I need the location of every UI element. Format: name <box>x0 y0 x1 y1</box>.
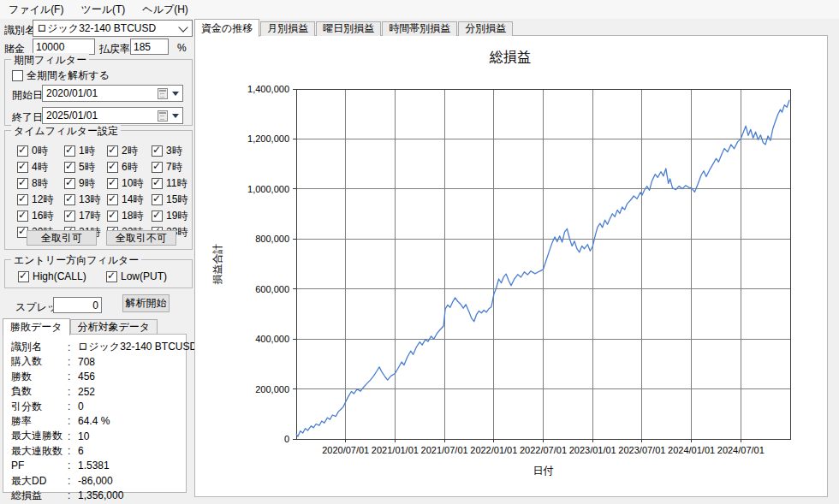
dropdown-arrow-icon <box>172 114 179 118</box>
hour-checkbox-4[interactable]: 4時 <box>17 159 64 175</box>
checkbox-icon <box>17 210 28 222</box>
payout-input[interactable] <box>130 39 169 55</box>
main-tab-2[interactable]: 月別損益 <box>260 21 315 36</box>
low-put-checkbox[interactable]: Low(PUT) <box>106 270 167 282</box>
hour-checkbox-13[interactable]: 13時 <box>64 192 107 208</box>
hour-checkbox-14[interactable]: 14時 <box>107 192 152 208</box>
hour-label: 15時 <box>166 193 187 207</box>
svg-text:600,000: 600,000 <box>255 284 289 294</box>
result-tab-strip: 勝敗データ分析対象データ <box>3 319 158 335</box>
hour-checkbox-19[interactable]: 19時 <box>152 208 193 224</box>
calendar-icon <box>158 110 168 122</box>
stat-colon: : <box>68 356 78 368</box>
end-date-label: 終了日 <box>12 110 43 125</box>
svg-text:0: 0 <box>284 434 289 444</box>
stat-value: 456 <box>78 371 186 382</box>
hour-checkbox-3[interactable]: 3時 <box>152 143 193 159</box>
stat-value: 1.5381 <box>78 460 186 471</box>
main-tab-4[interactable]: 時間帯別損益 <box>382 21 457 36</box>
hour-checkbox-16[interactable]: 16時 <box>17 208 64 224</box>
svg-text:総損益: 総損益 <box>489 50 531 64</box>
hour-checkbox-8[interactable]: 8時 <box>17 175 64 192</box>
low-put-label: Low(PUT) <box>121 270 167 282</box>
svg-text:2022/07/01: 2022/07/01 <box>520 445 567 455</box>
result-tab-2[interactable]: 分析対象データ <box>70 319 158 335</box>
stat-label: 購入数 <box>11 354 68 369</box>
checkbox-icon <box>152 145 163 157</box>
hour-checkbox-17[interactable]: 17時 <box>64 208 107 224</box>
hour-checkbox-7[interactable]: 7時 <box>152 159 193 175</box>
checkbox-icon <box>107 194 118 205</box>
payout-unit-label: % <box>177 42 187 54</box>
identifier-label: 識別名 <box>4 23 35 38</box>
svg-text:1,400,000: 1,400,000 <box>247 84 289 94</box>
checkbox-icon <box>107 210 118 222</box>
stat-colon: : <box>68 415 78 427</box>
start-date-picker[interactable]: 2020/01/01 <box>42 85 183 102</box>
stat-row: 最大連敗数:6 <box>3 443 186 458</box>
hour-checkbox-12[interactable]: 12時 <box>17 192 64 208</box>
result-tab-1[interactable]: 勝敗データ <box>3 318 70 335</box>
hour-checkbox-18[interactable]: 18時 <box>107 208 152 224</box>
hour-checkbox-6[interactable]: 6時 <box>107 159 152 175</box>
stat-colon: : <box>68 489 78 501</box>
analyze-all-checkbox[interactable]: 全期間を解析する <box>12 68 110 83</box>
time-filter-group: タイムフィルター設定 0時1時2時3時4時5時6時7時8時9時10時11時12時… <box>4 130 193 250</box>
hour-label: 17時 <box>79 209 100 223</box>
high-call-checkbox[interactable]: High(CALL) <box>18 270 86 282</box>
hour-label: 12時 <box>32 193 53 207</box>
hour-label: 1時 <box>79 144 95 158</box>
disable-all-trades-button[interactable]: 全取引不可 <box>106 230 176 246</box>
analyze-start-button[interactable]: 解析開始 <box>122 294 170 312</box>
identifier-combobox-value: ロジック32-140 BTCUSD <box>37 21 156 36</box>
main-tab-5[interactable]: 分別損益 <box>458 21 513 36</box>
hour-label: 16時 <box>32 209 53 223</box>
stat-colon: : <box>68 400 78 412</box>
hour-label: 18時 <box>122 209 143 223</box>
menu-item-1[interactable]: ファイル(F) <box>0 0 72 19</box>
checkbox-icon <box>107 145 118 157</box>
menu-bar: ファイル(F)ツール(T)ヘルプ(H) <box>0 0 839 19</box>
direction-filter-group: エントリー方向フィルター High(CALL) Low(PUT) <box>4 259 193 288</box>
svg-text:2024/01/01: 2024/01/01 <box>668 445 715 455</box>
identifier-combobox[interactable]: ロジック32-140 BTCUSD <box>33 20 193 37</box>
menu-item-2[interactable]: ツール(T) <box>72 0 134 19</box>
checkbox-icon <box>12 70 23 81</box>
stat-label: 総損益 <box>11 489 68 503</box>
main-tab-strip: 資金の推移月別損益曜日別損益時間帯別損益分別損益 <box>194 21 514 36</box>
stat-colon: : <box>68 371 78 382</box>
stat-row: PF:1.5381 <box>3 458 186 472</box>
checkbox-icon <box>152 194 163 205</box>
hour-label: 2時 <box>122 144 138 158</box>
hour-checkbox-15[interactable]: 15時 <box>152 192 193 208</box>
hour-checkbox-0[interactable]: 0時 <box>17 143 64 159</box>
svg-text:損益合計: 損益合計 <box>211 244 223 285</box>
checkbox-icon <box>106 271 117 282</box>
checkbox-icon <box>17 194 28 205</box>
calendar-icon <box>158 88 168 99</box>
stat-label: 勝数 <box>11 370 68 384</box>
svg-text:400,000: 400,000 <box>255 334 289 344</box>
checkbox-icon <box>17 145 28 157</box>
stat-row: 識別名:ロジック32-140 BTCUSD <box>3 339 186 353</box>
enable-all-trades-button[interactable]: 全取引可 <box>27 230 97 246</box>
checkbox-icon <box>64 178 75 189</box>
main-tab-3[interactable]: 曜日別損益 <box>316 21 381 36</box>
end-date-picker[interactable]: 2025/01/01 <box>42 107 183 124</box>
hour-checkbox-2[interactable]: 2時 <box>107 143 152 159</box>
hour-checkbox-1[interactable]: 1時 <box>64 143 107 159</box>
hour-checkbox-9[interactable]: 9時 <box>64 175 107 192</box>
checkbox-icon <box>17 162 28 173</box>
menu-item-3[interactable]: ヘルプ(H) <box>134 0 197 19</box>
hour-checkbox-10[interactable]: 10時 <box>107 175 152 192</box>
stat-value: ロジック32-140 BTCUSD <box>78 340 197 354</box>
checkbox-icon <box>107 162 118 173</box>
main-tab-1[interactable]: 資金の推移 <box>194 19 259 37</box>
stat-colon: : <box>68 445 78 457</box>
time-filter-title: タイムフィルター設定 <box>11 124 121 139</box>
hour-checkbox-5[interactable]: 5時 <box>64 159 107 175</box>
hour-checkbox-11[interactable]: 11時 <box>152 175 193 192</box>
dropdown-arrow-icon <box>172 92 179 96</box>
spread-input[interactable] <box>53 297 102 313</box>
stat-value: -86,000 <box>78 475 186 487</box>
